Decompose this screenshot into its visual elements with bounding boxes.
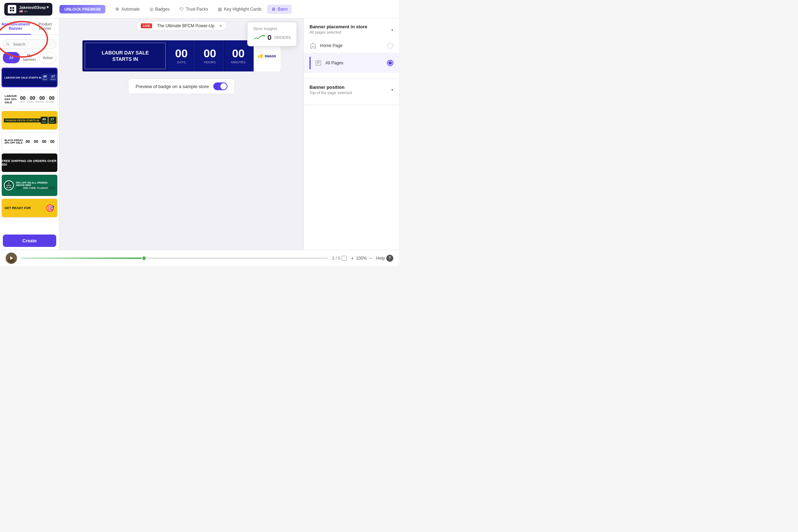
banner-item-4[interactable]: BLACK FRIDAY 20% OFF SALE 00| 00| 00| 00 — [1, 132, 58, 151]
toggle-slider — [213, 82, 227, 90]
live-text: The Ultimate BFCM Power-Up — [157, 23, 214, 28]
svg-line-6 — [8, 45, 10, 46]
logo-icon — [8, 5, 16, 13]
user-lang: 🇺🇸 en — [19, 10, 49, 13]
tab-product-banner[interactable]: Product Banner — [31, 18, 59, 35]
b7-emoji: 🎯 — [46, 204, 54, 212]
right-panel: Banner placement in store All pages sele… — [303, 18, 399, 250]
left-sidebar: Announcement Banner Product Banner All M… — [0, 18, 59, 250]
progress-track[interactable] — [21, 258, 328, 259]
b1-days: 49Days — [41, 74, 48, 81]
placement-option-home[interactable]: Home Page — [310, 39, 393, 53]
main-hours-num: 00 — [203, 48, 216, 59]
zoom-in-button[interactable]: + — [351, 255, 354, 261]
banner-preview-3: FASHION FIESTA STARTS IN 49Days 17Hours … — [2, 111, 57, 129]
placement-home-radio[interactable] — [387, 42, 393, 49]
svg-rect-10 — [316, 60, 321, 65]
banner-3-content: FASHION FIESTA STARTS IN 49Days 17Hours … — [2, 111, 57, 129]
banner-list: LABOUR DAY SALE STARTS IN 49Days 17Hours… — [0, 66, 59, 232]
play-button[interactable] — [6, 253, 17, 264]
page-indicator: 2/5 — [332, 256, 347, 261]
orders-label: ORDERS — [274, 35, 291, 40]
preview-label: Preview of badge on a sample store — [135, 84, 209, 89]
nav-tab-banner[interactable]: 🖥 Bann — [267, 5, 292, 14]
filter-all[interactable]: All — [3, 52, 20, 63]
zoom-controls: + 100% − — [351, 255, 372, 261]
nav-tab-trust-packs[interactable]: 🛡 Trust Packs — [175, 5, 212, 14]
position-subtitle: Top of the page selected — [310, 91, 352, 95]
help-label: Help — [376, 256, 385, 261]
bottom-bar: 2/5 + 100% − Help ? — [0, 250, 399, 266]
position-title-group: Banner position Top of the page selected — [310, 85, 352, 95]
position-title: Banner position — [310, 85, 352, 90]
zoom-out-button[interactable]: − — [369, 255, 372, 261]
b6-text: 50% OFF ON ALL ORDERS ABOVE $500 USE COD… — [16, 181, 55, 190]
placement-collapse-icon[interactable] — [391, 27, 393, 32]
banner-7-text: GET READY FOR — [5, 206, 31, 210]
placement-all-radio[interactable] — [387, 60, 393, 66]
live-close-button[interactable]: × — [219, 23, 222, 29]
banner-4-countdown: 00| 00| 00| 00 — [25, 139, 54, 144]
position-section: Banner position Top of the page selected — [304, 79, 399, 105]
placement-option-all-pages[interactable]: All Pages — [304, 53, 399, 73]
banner-item-2[interactable]: LABOUR DAY 20% SALE 00| 00| 00| 00 DAYS — [1, 89, 58, 109]
app-logo: Jaketest03sep ▾ 🇺🇸 en — [4, 3, 52, 16]
screen-icon: 🖥 — [271, 7, 276, 12]
banner-item-3[interactable]: FASHION FIESTA STARTS IN 49Days 17Hours … — [1, 111, 58, 130]
search-input[interactable] — [3, 39, 56, 49]
avatar-play[interactable] — [6, 253, 17, 264]
preview-area: LABOUR DAY SALE STARTS IN 00 DAYS 00 HOU… — [59, 33, 303, 250]
main-minutes-label: MINUTES — [231, 60, 246, 64]
banner-item-6[interactable]: 5 DAYS TO GO 50% OFF ON ALL ORDERS ABOVE… — [1, 174, 58, 196]
main-hours-label: HOURS — [204, 60, 216, 64]
search-container — [0, 36, 59, 52]
banner-item-7[interactable]: GET READY FOR 🎯 — [1, 198, 58, 218]
main-hours-block: 00 HOURS — [197, 40, 224, 71]
position-header: Banner position Top of the page selected — [310, 85, 393, 95]
svg-point-5 — [6, 43, 8, 45]
placement-section: Banner placement in store All pages sele… — [304, 18, 399, 79]
banner-item-5[interactable]: FREE SHIPPING ON ORDERS OVER $50 — [1, 153, 58, 172]
banner-preview-4: BLACK FRIDAY 20% OFF SALE 00| 00| 00| 00 — [2, 132, 57, 151]
live-pill: LIVE The Ultimate BFCM Power-Up × — [136, 21, 227, 30]
create-button[interactable]: Create — [3, 235, 56, 247]
banner-4-text: BLACK FRIDAY 20% OFF SALE — [5, 139, 25, 144]
placement-option-all-left: All Pages — [315, 59, 343, 66]
nav-tab-automate[interactable]: ⚙ Automate — [111, 5, 144, 14]
mason-text: mason — [265, 54, 276, 58]
shield-icon: 🛡 — [179, 7, 184, 12]
preview-toggle[interactable] — [213, 82, 227, 90]
pages-icon — [315, 59, 322, 66]
banner-preview-1: LABOUR DAY SALE STARTS IN 49Days 17Hours… — [2, 68, 57, 87]
nav-tabs: ⚙ Automate ◎ Badges 🛡 Trust Packs ▤ Key … — [105, 5, 395, 14]
filter-active[interactable]: Active — [39, 52, 56, 63]
nav-tab-badges[interactable]: ◎ Badges — [145, 5, 174, 14]
mason-logo: mason — [258, 53, 276, 59]
banner-2-countdown: 00| 00| 00| 00 DAYS HOURS MINUTES SECOND — [20, 95, 54, 103]
svg-rect-9 — [260, 54, 262, 58]
top-nav: Jaketest03sep ▾ 🇺🇸 en UNLOCK PREMIUM ⚙ A… — [0, 0, 399, 18]
main-content: LIVE The Ultimate BFCM Power-Up × LABOUR… — [59, 18, 303, 250]
nav-tab-key-highlight-cards[interactable]: ▤ Key Highlight Cards — [214, 5, 266, 14]
svg-rect-3 — [12, 10, 14, 11]
banner-7-content: GET READY FOR 🎯 — [2, 199, 57, 217]
banner-1-text: LABOUR DAY SALE STARTS IN — [4, 76, 41, 79]
sidebar-tabs: Announcement Banner Product Banner — [0, 18, 59, 35]
filter-my-banners[interactable]: My banners — [21, 52, 38, 63]
trend-chart — [253, 34, 265, 41]
tab-announcement-banner[interactable]: Announcement Banner — [0, 18, 31, 35]
banner-1-countdown: 49Days 17Hours 42Minutes 30Seconds — [41, 74, 57, 81]
card-icon: ▤ — [218, 7, 222, 12]
help-button[interactable]: Help ? — [376, 255, 393, 262]
banner-preview-6: 5 DAYS TO GO 50% OFF ON ALL ORDERS ABOVE… — [2, 175, 57, 196]
banner-item-1[interactable]: LABOUR DAY SALE STARTS IN 49Days 17Hours… — [1, 68, 58, 87]
position-expand-icon[interactable] — [391, 87, 393, 92]
banner-1-content: LABOUR DAY SALE STARTS IN 49Days 17Hours… — [2, 68, 57, 87]
search-icon — [6, 42, 10, 46]
banner-2-content: LABOUR DAY 20% SALE 00| 00| 00| 00 DAYS — [2, 90, 57, 108]
main-banner-title: LABOUR DAY SALE STARTS IN — [102, 50, 149, 62]
main-days-label: DAYS — [177, 60, 186, 64]
banner-6-content: 5 DAYS TO GO 50% OFF ON ALL ORDERS ABOVE… — [2, 175, 57, 196]
mason-logo-icon — [258, 53, 263, 59]
unlock-premium-button[interactable]: UNLOCK PREMIUM — [59, 5, 105, 13]
